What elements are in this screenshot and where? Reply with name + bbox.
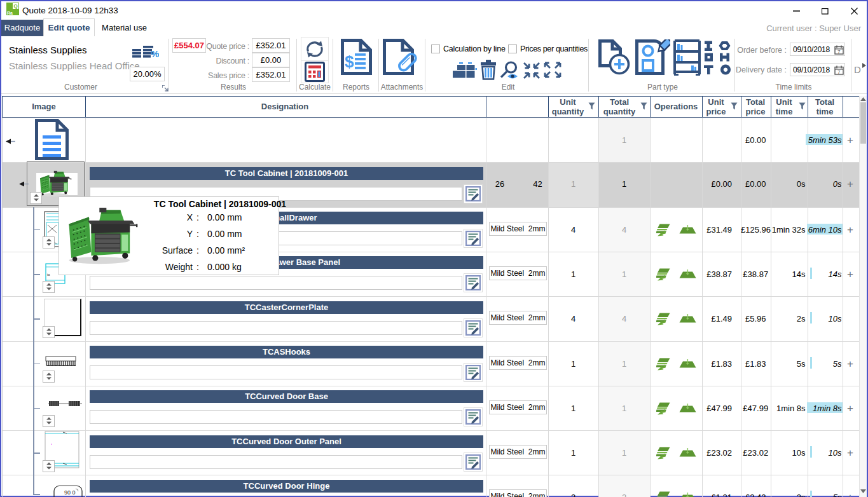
svg-text:7: 7: [837, 69, 841, 75]
svg-text:%: %: [151, 48, 159, 59]
svg-text:7: 7: [837, 49, 841, 55]
svg-text:$: $: [345, 52, 354, 71]
svg-text:ta: ta: [47, 273, 50, 276]
svg-text:90 0: 90 0: [64, 489, 76, 496]
